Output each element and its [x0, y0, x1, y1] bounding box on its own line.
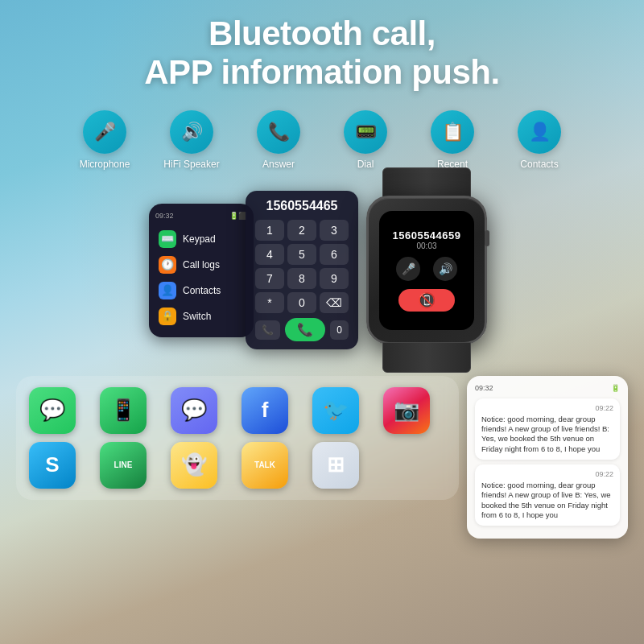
dialpad-call-button[interactable]: 📞 [285, 318, 325, 341]
dialpad-grid: 123456789*0⌫ [255, 220, 349, 313]
feature-contacts-icon: 👤 [518, 110, 561, 154]
app-icon-kakao[interactable]: TALK [242, 442, 288, 489]
menu-label-keypad: Keypad [183, 233, 216, 245]
dialpad-number: 1560554465 [255, 199, 349, 213]
menu-icon-call-logs: 🕐 [159, 256, 176, 274]
feature-answer: 📞 Answer [242, 110, 315, 170]
menu-label-switch: Switch [183, 311, 211, 322]
bottom-section: 💬📱💬f🐦📷SLINE👻TALK⊞ 09:32 🔋 09:22 Notice: … [16, 376, 628, 539]
feature-hifi-speaker: 🔊 HiFi Speaker [155, 110, 228, 170]
dialpad-key-9[interactable]: 9 [320, 268, 349, 289]
feature-dial: 📟 Dial [329, 110, 402, 170]
watch-strap-top [382, 167, 471, 198]
feature-answer-label: Answer [262, 159, 295, 170]
notif-status-bar: 09:32 🔋 [475, 384, 620, 392]
dialpad-key-2[interactable]: 2 [287, 220, 316, 241]
middle-section: 09:32 🔋⬛ ⌨️ Keypad 🕐 Call logs 👤 Contact… [0, 178, 644, 363]
app-icon-instagram[interactable]: 📷 [383, 387, 430, 434]
phone-time: 09:32 [155, 212, 174, 220]
dialpad-key-6[interactable]: 6 [320, 244, 349, 265]
dialpad-panel: 1560554465 123456789*0⌫ 📞 📞 0 [246, 191, 358, 349]
notif-battery-icon: 🔋 [611, 384, 620, 392]
dialpad-key-8[interactable]: 8 [287, 268, 316, 289]
feature-contacts: 👤 Contacts [503, 110, 576, 170]
phone-menu-panel: 09:32 🔋⬛ ⌨️ Keypad 🕐 Call logs 👤 Contact… [149, 204, 254, 337]
watch-speaker-button[interactable]: 🔊 [433, 257, 457, 281]
notifications-panel: 09:32 🔋 09:22 Notice: good morning, dear… [467, 376, 628, 539]
notification-item-1: 09:22 Notice: good morning, dear group f… [475, 464, 620, 526]
feature-dial-icon: 📟 [344, 110, 387, 154]
headline: Bluetooth call, APP information push. [144, 14, 499, 93]
watch-mic-button[interactable]: 🎤 [396, 257, 420, 281]
smartwatch: 15605544659 00:03 🎤 🔊 📵 [366, 196, 487, 345]
dialpad-key-4[interactable]: 4 [255, 244, 284, 265]
notif-time: 09:32 [475, 384, 493, 392]
menu-icon-contacts: 👤 [159, 282, 176, 299]
app-icon-snapchat[interactable]: 👻 [171, 442, 217, 489]
dialpad-hash-key[interactable]: 📞 [255, 320, 280, 340]
menu-item-switch[interactable]: 🔒 Switch [155, 303, 247, 329]
app-grid: 💬📱💬f🐦📷SLINE👻TALK⊞ [29, 387, 446, 489]
watch-end-call-button[interactable]: 📵 [398, 289, 455, 312]
notif-item-text-0: Notice: good morning, dear group friends… [481, 415, 613, 454]
menu-icon-keypad: ⌨️ [159, 230, 176, 248]
dialpad-key-0[interactable]: 0 [287, 292, 316, 313]
feature-microphone-label: Microphone [80, 159, 130, 170]
app-icon-whatsapp[interactable]: 📱 [100, 387, 147, 434]
menu-label-call-logs: Call logs [183, 259, 220, 270]
dialpad-key-⌫[interactable]: ⌫ [320, 292, 349, 313]
app-icon-twitter[interactable]: 🐦 [312, 387, 359, 434]
watch-call-number: 15605544659 [392, 229, 460, 242]
watch-call-timer: 00:03 [416, 242, 436, 250]
feature-recent-icon: 📋 [431, 110, 474, 154]
menu-item-keypad[interactable]: ⌨️ Keypad [155, 226, 247, 252]
watch-body: 15605544659 00:03 🎤 🔊 📵 [366, 196, 487, 345]
menu-label-contacts: Contacts [183, 285, 221, 296]
notification-item-0: 09:22 Notice: good morning, dear group f… [475, 398, 620, 460]
dialpad-zero-key[interactable]: 0 [330, 320, 349, 340]
dialpad-key-*[interactable]: * [255, 292, 284, 313]
app-icon-messenger[interactable]: 💬 [171, 387, 217, 434]
watch-screen: 15605544659 00:03 🎤 🔊 📵 [379, 211, 474, 330]
feature-microphone-icon: 🎤 [83, 110, 126, 154]
feature-microphone: 🎤 Microphone [68, 110, 141, 170]
feature-contacts-label: Contacts [520, 159, 558, 170]
features-row: 🎤 Microphone 🔊 HiFi Speaker 📞 Answer 📟 D… [68, 110, 576, 170]
notif-item-time-1: 09:22 [481, 470, 613, 478]
phone-battery: 🔋⬛ [229, 212, 247, 220]
headline-line2: APP information push. [144, 53, 499, 91]
app-icon-messages[interactable]: 💬 [29, 387, 76, 434]
feature-recent: 📋 Recent [416, 110, 489, 170]
feature-hifi-speaker-label: HiFi Speaker [163, 159, 219, 170]
feature-hifi-speaker-icon: 🔊 [170, 110, 213, 154]
feature-dial-label: Dial [357, 159, 374, 170]
notif-item-text-1: Notice: good morning, dear group friends… [481, 481, 613, 520]
app-icon-skype[interactable]: S [29, 442, 76, 489]
dialpad-key-5[interactable]: 5 [287, 244, 316, 265]
header: Bluetooth call, APP information push. [144, 14, 499, 93]
app-icon-grid4[interactable]: ⊞ [312, 442, 359, 489]
watch-side-button[interactable] [485, 230, 489, 246]
menu-item-call-logs[interactable]: 🕐 Call logs [155, 252, 247, 278]
main-content: Bluetooth call, APP information push. 🎤 … [0, 0, 644, 644]
dialpad-key-3[interactable]: 3 [320, 220, 349, 241]
notif-item-time-0: 09:22 [481, 404, 613, 412]
dialpad-key-1[interactable]: 1 [255, 220, 284, 241]
app-icon-line[interactable]: LINE [100, 442, 147, 489]
app-grid-panel: 💬📱💬f🐦📷SLINE👻TALK⊞ [16, 376, 459, 500]
menu-icon-switch: 🔒 [159, 308, 176, 325]
menu-item-contacts[interactable]: 👤 Contacts [155, 278, 247, 303]
headline-line1: Bluetooth call, [208, 14, 436, 52]
phone-status-bar: 09:32 🔋⬛ [155, 212, 247, 220]
feature-answer-icon: 📞 [257, 110, 300, 154]
app-icon-facebook[interactable]: f [242, 387, 288, 434]
watch-call-actions: 🎤 🔊 [396, 257, 457, 281]
dialpad-key-7[interactable]: 7 [255, 268, 284, 289]
dialpad-call-row: 📞 📞 0 [255, 318, 349, 341]
watch-strap-bottom [382, 342, 471, 373]
